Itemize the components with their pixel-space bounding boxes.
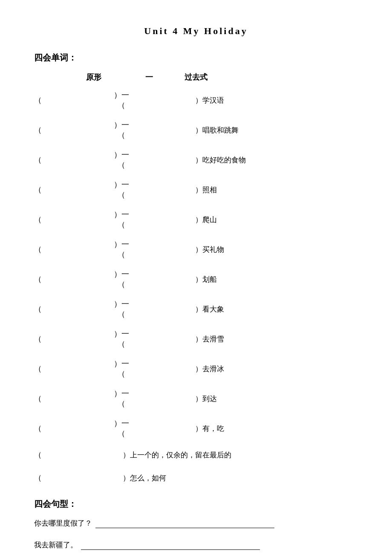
paren-close-dash: ）一（ — [111, 388, 132, 409]
paren-close-dash: ）一（ — [111, 239, 132, 260]
blank-past — [132, 244, 187, 254]
blank-past — [132, 95, 187, 105]
paren-close-dash: ）一（ — [111, 90, 132, 110]
blank-original — [43, 244, 111, 254]
meaning: ）爬山 — [195, 215, 217, 225]
paren-open: （ — [34, 185, 43, 195]
paren-open: （ — [34, 450, 43, 460]
blank-past — [132, 214, 187, 225]
column-headers: 原形 一 过去式 — [34, 72, 358, 82]
paren-open: （ — [34, 423, 43, 434]
meaning: ）去滑雪 — [195, 334, 224, 344]
page-title: Unit 4 My Holiday — [34, 26, 358, 37]
vocab-section-heading: 四会单词： — [34, 52, 358, 64]
blank-original — [43, 393, 111, 404]
table-row-single: （ ）怎么，如何 — [34, 471, 358, 485]
paren-open: （ — [34, 393, 43, 404]
blank-past — [132, 304, 187, 314]
table-row: （ ）一（ ）去滑雪 — [34, 329, 358, 349]
sentence-row: 我去新疆了。 — [34, 540, 358, 550]
blank-original — [43, 274, 111, 284]
blank-original — [43, 334, 111, 344]
meaning: ）有，吃 — [195, 424, 224, 434]
blank-original — [43, 155, 111, 165]
col-original-header: 原形 — [51, 72, 136, 82]
sentence-section-heading: 四会句型： — [34, 498, 358, 510]
paren-close-dash: ）一（ — [111, 120, 132, 140]
paren-open: （ — [34, 95, 43, 105]
paren-open: （ — [34, 304, 43, 314]
paren-close-dash: ）一（ — [111, 209, 132, 230]
table-row: （ ）一（ ）去滑冰 — [34, 358, 358, 379]
paren-open: （ — [34, 214, 43, 225]
meaning: ）学汉语 — [195, 95, 224, 105]
table-row: （ ）一（ ）照相 — [34, 179, 358, 200]
blank-single — [43, 450, 119, 460]
paren-open: （ — [34, 473, 43, 483]
blank-original — [43, 304, 111, 314]
paren-close-dash: ）一（ — [111, 299, 132, 319]
table-row: （ ）一（ ）买礼物 — [34, 239, 358, 260]
paren-close-dash: ）一（ — [111, 358, 132, 379]
blank-original — [43, 185, 111, 195]
meaning: ）到达 — [195, 394, 217, 404]
sentence-row: 你去哪里度假了？ — [34, 518, 358, 528]
blank-original — [43, 423, 111, 434]
blank-past — [132, 274, 187, 284]
blank-single — [43, 473, 119, 483]
meaning: ）去滑冰 — [195, 364, 224, 374]
meaning: ）唱歌和跳舞 — [195, 125, 239, 135]
blank-past — [132, 364, 187, 374]
blank-original — [43, 95, 111, 105]
col-dash-header: 一 — [136, 72, 162, 82]
sentence-line — [81, 541, 260, 550]
paren-close-dash: ）一（ — [111, 179, 132, 200]
meaning: ）怎么，如何 — [123, 473, 166, 483]
meaning: ）划船 — [195, 275, 217, 284]
table-row: （ ）一（ ）唱歌和跳舞 — [34, 120, 358, 140]
paren-open: （ — [34, 155, 43, 165]
sentence-line — [95, 519, 274, 528]
blank-past — [132, 393, 187, 404]
sentence-text: 你去哪里度假了？ — [34, 518, 92, 528]
table-row: （ ）一（ ）学汉语 — [34, 90, 358, 110]
blank-past — [132, 155, 187, 165]
blank-original — [43, 214, 111, 225]
table-row: （ ）一（ ）划船 — [34, 269, 358, 289]
blank-past — [132, 423, 187, 434]
paren-close-dash: ）一（ — [111, 150, 132, 170]
col-past-header: 过去式 — [162, 72, 230, 82]
paren-close-dash: ）一（ — [111, 329, 132, 349]
vocab-table: （ ）一（ ）学汉语 （ ）一（ ）唱歌和跳舞 （ ）一（ ）吃好吃的食物 （ … — [34, 90, 358, 485]
meaning: ）上一个的，仅余的，留在最后的 — [123, 450, 231, 460]
blank-past — [132, 185, 187, 195]
paren-open: （ — [34, 125, 43, 135]
paren-open: （ — [34, 244, 43, 254]
paren-close-dash: ）一（ — [111, 418, 132, 439]
meaning: ）看大象 — [195, 304, 224, 314]
paren-close-dash: ）一（ — [111, 269, 132, 289]
blank-past — [132, 334, 187, 344]
blank-past — [132, 125, 187, 135]
table-row: （ ）一（ ）看大象 — [34, 299, 358, 319]
table-row: （ ）一（ ）有，吃 — [34, 418, 358, 439]
blank-original — [43, 125, 111, 135]
paren-open: （ — [34, 274, 43, 284]
paren-open: （ — [34, 334, 43, 344]
meaning: ）买礼物 — [195, 245, 224, 254]
sentence-text: 我去新疆了。 — [34, 540, 78, 550]
table-row: （ ）一（ ）到达 — [34, 388, 358, 409]
meaning: ）吃好吃的食物 — [195, 155, 246, 165]
sentence-section: 四会句型： 你去哪里度假了？ 我去新疆了。 你怎么去那儿的？ 我坐火车去的。 — [34, 498, 358, 555]
meaning: ）照相 — [195, 185, 217, 195]
table-row-single: （ ）上一个的，仅余的，留在最后的 — [34, 448, 358, 462]
blank-original — [43, 364, 111, 374]
paren-open: （ — [34, 364, 43, 374]
table-row: （ ）一（ ）爬山 — [34, 209, 358, 230]
table-row: （ ）一（ ）吃好吃的食物 — [34, 150, 358, 170]
